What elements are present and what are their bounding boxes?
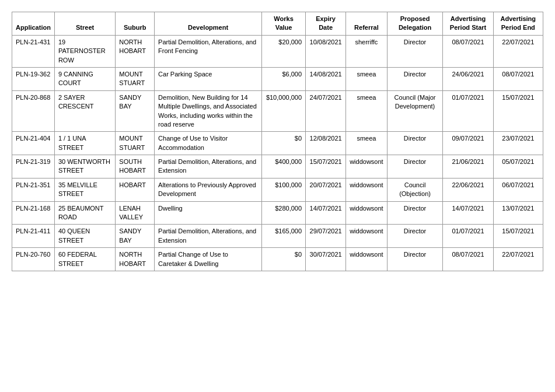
table-cell: 13/07/2021: [493, 201, 543, 225]
col-header-works-value: Works Value: [262, 12, 306, 36]
table-cell: 21/06/2021: [443, 155, 493, 178]
table-cell: 06/07/2021: [493, 178, 543, 201]
col-header-development: Development: [155, 12, 262, 36]
table-cell: 14/08/2021: [306, 67, 346, 90]
table-cell: Director: [387, 35, 443, 67]
table-cell: 05/07/2021: [493, 155, 543, 178]
col-header-suburb: Suburb: [116, 12, 155, 36]
table-cell: SANDY BAY: [116, 225, 155, 248]
table-cell: 19 PATERNOSTER ROW: [54, 35, 115, 67]
table-cell: PLN-21-319: [12, 155, 55, 178]
table-cell: 09/07/2021: [443, 132, 493, 155]
table-cell: 15/07/2021: [306, 155, 346, 178]
table-cell: 15/07/2021: [493, 90, 543, 132]
table-cell: MOUNT STUART: [116, 67, 155, 90]
planning-applications-table: Application Street Suburb Development Wo…: [12, 12, 543, 271]
table-cell: 9 CANNING COURT: [54, 67, 115, 90]
table-cell: 01/07/2021: [443, 225, 493, 248]
table-cell: Director: [387, 248, 443, 271]
table-cell: Partial Demolition, Alterations, and Fro…: [155, 35, 262, 67]
table-cell: 2 SAYER CRESCENT: [54, 90, 115, 132]
table-cell: 60 FEDERAL STREET: [54, 248, 115, 271]
table-cell: MOUNT STUART: [116, 132, 155, 155]
table-cell: Change of Use to Visitor Accommodation: [155, 132, 262, 155]
table-cell: widdowsont: [346, 201, 387, 225]
table-cell: Partial Change of Use to Caretaker & Dwe…: [155, 248, 262, 271]
col-header-adv-end: Advertising Period End: [493, 12, 543, 36]
table-cell: Partial Demolition, Alterations, and Ext…: [155, 225, 262, 248]
table-cell: 35 MELVILLE STREET: [54, 178, 115, 201]
table-cell: Director: [387, 201, 443, 225]
table-cell: 24/06/2021: [443, 67, 493, 90]
table-cell: smeea: [346, 132, 387, 155]
table-cell: 20/07/2021: [306, 178, 346, 201]
table-cell: PLN-21-351: [12, 178, 55, 201]
table-cell: 14/07/2021: [306, 201, 346, 225]
table-cell: $400,000: [262, 155, 306, 178]
col-header-adv-start: Advertising Period Start: [443, 12, 493, 36]
table-row: PLN-20-76060 FEDERAL STREETNORTH HOBARTP…: [12, 248, 543, 271]
table-cell: 23/07/2021: [493, 132, 543, 155]
table-cell: Director: [387, 132, 443, 155]
col-header-proposed-delegation: Proposed Delegation: [387, 12, 443, 36]
table-row: PLN-21-31930 WENTWORTH STREETSOUTH HOBAR…: [12, 155, 543, 178]
table-cell: Car Parking Space: [155, 67, 262, 90]
table-cell: PLN-21-168: [12, 201, 55, 225]
table-cell: SOUTH HOBART: [116, 155, 155, 178]
table-cell: PLN-20-868: [12, 90, 55, 132]
table-cell: $0: [262, 132, 306, 155]
table-cell: smeea: [346, 90, 387, 132]
table-cell: 08/07/2021: [443, 35, 493, 67]
main-table-container: Application Street Suburb Development Wo…: [12, 12, 543, 271]
table-cell: 15/07/2021: [493, 225, 543, 248]
table-cell: 01/07/2021: [443, 90, 493, 132]
table-cell: widdowsont: [346, 155, 387, 178]
table-cell: HOBART: [116, 178, 155, 201]
table-cell: 10/08/2021: [306, 35, 346, 67]
table-cell: 08/07/2021: [443, 248, 493, 271]
table-cell: 12/08/2021: [306, 132, 346, 155]
table-row: PLN-21-35135 MELVILLE STREETHOBARTAltera…: [12, 178, 543, 201]
table-cell: 1 / 1 UNA STREET: [54, 132, 115, 155]
table-row: PLN-21-41140 QUEEN STREETSANDY BAYPartia…: [12, 225, 543, 248]
table-cell: 30 WENTWORTH STREET: [54, 155, 115, 178]
table-row: PLN-21-43119 PATERNOSTER ROWNORTH HOBART…: [12, 35, 543, 67]
table-cell: 22/06/2021: [443, 178, 493, 201]
table-cell: Director: [387, 225, 443, 248]
table-cell: Director: [387, 155, 443, 178]
table-cell: Demolition, New Building for 14 Multiple…: [155, 90, 262, 132]
table-cell: Partial Demolition, Alterations, and Ext…: [155, 155, 262, 178]
table-cell: 40 QUEEN STREET: [54, 225, 115, 248]
table-cell: $6,000: [262, 67, 306, 90]
table-cell: 30/07/2021: [306, 248, 346, 271]
table-cell: 08/07/2021: [493, 67, 543, 90]
table-row: PLN-20-8682 SAYER CRESCENTSANDY BAYDemol…: [12, 90, 543, 132]
table-cell: NORTH HOBART: [116, 35, 155, 67]
table-cell: SANDY BAY: [116, 90, 155, 132]
table-cell: 25 BEAUMONT ROAD: [54, 201, 115, 225]
table-cell: 22/07/2021: [493, 35, 543, 67]
table-cell: PLN-21-411: [12, 225, 55, 248]
table-cell: Council (Major Development): [387, 90, 443, 132]
table-cell: $10,000,000: [262, 90, 306, 132]
col-header-application: Application: [12, 12, 55, 36]
table-cell: Alterations to Previously Approved Devel…: [155, 178, 262, 201]
table-cell: PLN-20-760: [12, 248, 55, 271]
table-cell: 14/07/2021: [443, 201, 493, 225]
table-cell: widdowsont: [346, 225, 387, 248]
table-cell: LENAH VALLEY: [116, 201, 155, 225]
table-cell: widdowsont: [346, 248, 387, 271]
table-cell: Council (Objection): [387, 178, 443, 201]
table-cell: sherriffc: [346, 35, 387, 67]
table-cell: Director: [387, 67, 443, 90]
table-cell: 24/07/2021: [306, 90, 346, 132]
table-row: PLN-21-16825 BEAUMONT ROADLENAH VALLEYDw…: [12, 201, 543, 225]
table-cell: $165,000: [262, 225, 306, 248]
table-cell: $0: [262, 248, 306, 271]
col-header-expiry-date: Expiry Date: [306, 12, 346, 36]
col-header-street: Street: [54, 12, 115, 36]
table-cell: NORTH HOBART: [116, 248, 155, 271]
table-cell: $20,000: [262, 35, 306, 67]
table-cell: PLN-21-404: [12, 132, 55, 155]
table-cell: Dwelling: [155, 201, 262, 225]
